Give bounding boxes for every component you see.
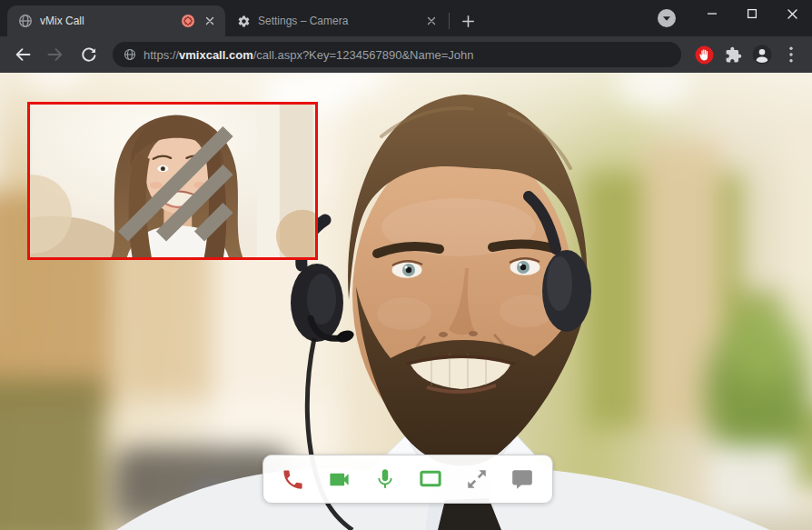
tab-title: vMix Call — [40, 15, 174, 27]
fullscreen-button[interactable] — [460, 463, 493, 495]
self-video-pip[interactable] — [27, 102, 318, 260]
site-security-globe-icon — [124, 48, 136, 61]
close-window-button[interactable] — [772, 0, 812, 27]
tab-strip: vMix Call Settings – Camera — [0, 0, 812, 36]
video-camera-icon — [327, 467, 352, 492]
minimize-button[interactable] — [692, 0, 732, 27]
globe-icon — [18, 14, 33, 28]
expand-icon — [465, 467, 489, 491]
tab-close-button[interactable] — [202, 13, 218, 29]
microphone-button[interactable] — [369, 463, 401, 495]
adblock-hand-icon[interactable] — [692, 43, 716, 66]
hangup-button[interactable] — [277, 463, 310, 495]
new-tab-button[interactable] — [455, 8, 480, 34]
tab-close-button[interactable] — [423, 13, 440, 29]
extensions-puzzle-icon[interactable] — [721, 43, 745, 66]
screen-share-button[interactable] — [414, 463, 447, 495]
reload-button[interactable] — [74, 41, 102, 68]
gear-icon — [236, 14, 251, 28]
tab-title: Settings – Camera — [258, 15, 416, 27]
chat-bubble-icon — [510, 467, 534, 491]
tab-settings-camera[interactable]: Settings – Camera — [225, 5, 447, 36]
browser-window: vMix Call Settings – Camera — [0, 0, 812, 530]
media-controls-button[interactable] — [656, 7, 678, 29]
menu-dots-icon[interactable] — [779, 43, 803, 66]
microphone-icon — [373, 467, 397, 491]
call-control-bar — [262, 455, 553, 504]
camera-button[interactable] — [322, 463, 355, 495]
resize-handle-icon[interactable] — [28, 103, 313, 255]
maximize-button[interactable] — [732, 0, 772, 27]
tab-vmix-call[interactable]: vMix Call — [7, 5, 225, 36]
window-controls — [692, 0, 812, 27]
tab-separator — [449, 13, 450, 29]
back-button[interactable] — [9, 41, 36, 68]
url-domain: vmixcall.com — [179, 48, 253, 62]
profile-avatar-icon[interactable] — [750, 43, 774, 66]
screen-share-icon — [418, 466, 443, 492]
forward-button[interactable] — [42, 41, 69, 68]
call-page — [0, 73, 812, 530]
phone-icon — [281, 467, 305, 492]
recording-indicator-icon — [182, 15, 194, 27]
browser-toolbar: https://vmixcall.com/call.aspx?Key=12345… — [0, 36, 812, 73]
chat-button[interactable] — [506, 463, 539, 495]
address-bar[interactable]: https://vmixcall.com/call.aspx?Key=12345… — [113, 42, 681, 67]
url-text: https://vmixcall.com/call.aspx?Key=12345… — [144, 48, 474, 62]
